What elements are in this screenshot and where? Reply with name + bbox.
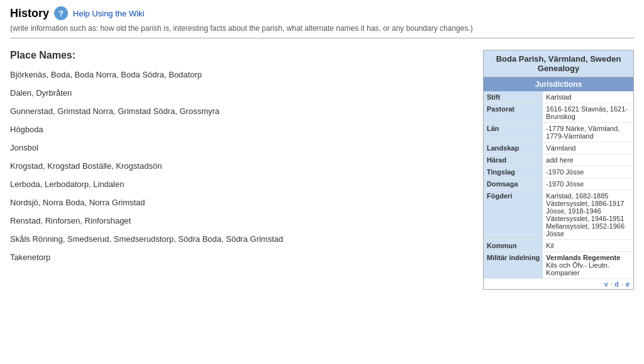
table-row: FögderiKarlstad, 1682-1885 Västersysslet… bbox=[484, 190, 633, 240]
table-row: StiftKarlstad bbox=[484, 91, 633, 103]
jurisdiction-value: -1779 Närke, Värmland, 1779-Värmland bbox=[543, 123, 633, 142]
list-item: Gunnerstad, Grimstad Norra, Grimstad Söd… bbox=[10, 106, 470, 116]
list-item: Skåls Rönning, Smedserud, Smedserudstorp… bbox=[10, 234, 470, 244]
jurisdiction-value: Karlstad bbox=[543, 91, 633, 103]
subtitle: (write information such as: how old the … bbox=[10, 24, 634, 38]
info-table: StiftKarlstadPastorat1616-1621 Stavnäs, … bbox=[484, 91, 633, 279]
jurisdiction-value: -1970 Jösse bbox=[543, 178, 633, 190]
info-box: Boda Parish, Värmland, Sweden Genealogy … bbox=[483, 50, 634, 290]
place-entries-container: Björkenäs, Boda, Boda Norra, Boda Södra,… bbox=[10, 70, 470, 262]
info-box-section-header: Jurisdictions bbox=[484, 77, 633, 91]
list-item: Renstad, Rinforsen, Rinforshaget bbox=[10, 216, 470, 225]
jurisdiction-label: Pastorat bbox=[484, 103, 543, 123]
table-row: Militär indelningVermlands RegementeKils… bbox=[484, 252, 633, 279]
list-item: Dalen, Dyrbråten bbox=[10, 88, 470, 98]
jurisdiction-value: 1616-1621 Stavnäs, 1621-Brunskog bbox=[543, 103, 633, 123]
jurisdiction-value: Vermlands RegementeKils och Öfv.- Lieutn… bbox=[543, 252, 633, 279]
help-link[interactable]: Help Using the Wiki bbox=[73, 9, 144, 18]
footer-e-link[interactable]: e bbox=[626, 280, 630, 288]
jurisdiction-label: Militär indelning bbox=[484, 252, 543, 279]
page-wrapper: History ? Help Using the Wiki (write inf… bbox=[0, 0, 644, 364]
jurisdiction-label: Härad bbox=[484, 154, 543, 166]
table-row: Pastorat1616-1621 Stavnäs, 1621-Brunskog bbox=[484, 103, 633, 123]
table-row: LandskapVärmland bbox=[484, 142, 633, 154]
top-bar: History ? Help Using the Wiki bbox=[10, 6, 634, 20]
jurisdiction-label: Landskap bbox=[484, 142, 543, 154]
list-item: Högboda bbox=[10, 125, 470, 134]
jurisdiction-value-bold: Vermlands Regemente bbox=[546, 254, 620, 261]
list-item: Björkenäs, Boda, Boda Norra, Boda Södra,… bbox=[10, 70, 470, 79]
jurisdiction-value: Värmland bbox=[543, 142, 633, 154]
jurisdiction-label: Tingslag bbox=[484, 166, 543, 178]
jurisdiction-label: Domsaga bbox=[484, 178, 543, 190]
table-row: Domsaga-1970 Jösse bbox=[484, 178, 633, 190]
table-row: Tingslag-1970 Jösse bbox=[484, 166, 633, 178]
left-column: Place Names: Björkenäs, Boda, Boda Norra… bbox=[10, 50, 470, 290]
help-button[interactable]: ? bbox=[54, 6, 68, 20]
right-column: Boda Parish, Värmland, Sweden Genealogy … bbox=[483, 50, 634, 290]
list-item: Nordsjö, Norra Boda, Norra Grimstad bbox=[10, 198, 470, 207]
table-row: Häradadd here bbox=[484, 154, 633, 166]
place-names-title: Place Names: bbox=[10, 50, 470, 61]
info-box-title: Boda Parish, Värmland, Sweden Genealogy bbox=[484, 50, 633, 77]
list-item: Lerboda, Lerbodatorp, Lindalen bbox=[10, 179, 470, 189]
footer-v-link[interactable]: v bbox=[604, 280, 608, 288]
footer-d-link[interactable]: d bbox=[615, 280, 619, 288]
main-content: Place Names: Björkenäs, Boda, Boda Norra… bbox=[10, 50, 634, 290]
jurisdiction-value: Karlstad, 1682-1885 Västersysslet, 1886-… bbox=[543, 190, 633, 240]
jurisdiction-label: Stift bbox=[484, 91, 543, 103]
list-item: Krogstad, Krogstad Boställe, Krogstadsön bbox=[10, 161, 470, 171]
info-box-footer: v · d · e bbox=[484, 279, 633, 289]
jurisdiction-value: Kil bbox=[543, 240, 633, 252]
table-row: Län-1779 Närke, Värmland, 1779-Värmland bbox=[484, 123, 633, 142]
jurisdiction-label: Län bbox=[484, 123, 543, 142]
list-item: Takenetorp bbox=[10, 253, 470, 262]
list-item: Jonsbol bbox=[10, 143, 470, 152]
jurisdiction-label: Fögderi bbox=[484, 190, 543, 240]
jurisdiction-value: add here bbox=[543, 154, 633, 166]
page-title: History bbox=[10, 7, 49, 20]
jurisdiction-value-extra: Kils och Öfv.- Lieutn. Kompanier bbox=[546, 261, 609, 276]
table-row: KommunKil bbox=[484, 240, 633, 252]
jurisdiction-label: Kommun bbox=[484, 240, 543, 252]
jurisdiction-value: -1970 Jösse bbox=[543, 166, 633, 178]
